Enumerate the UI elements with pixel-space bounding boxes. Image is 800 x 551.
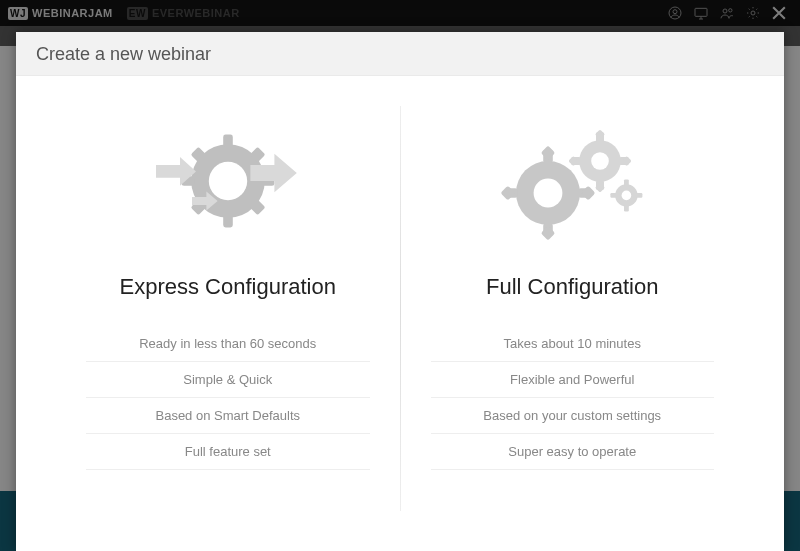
option-express-configuration[interactable]: Express Configuration Ready in less than… — [56, 96, 400, 541]
svg-rect-41 — [636, 193, 642, 198]
gears-cluster-icon — [492, 106, 652, 256]
option-title: Full Configuration — [486, 274, 658, 300]
svg-rect-8 — [223, 215, 233, 228]
option-full-configuration[interactable]: Full Configuration Takes about 10 minute… — [401, 96, 745, 541]
feature-item: Super easy to operate — [431, 434, 715, 470]
svg-rect-39 — [624, 205, 629, 211]
svg-rect-24 — [501, 186, 516, 201]
svg-point-37 — [622, 191, 632, 201]
svg-point-17 — [534, 179, 563, 208]
svg-rect-23 — [581, 186, 596, 201]
modal-body: Express Configuration Ready in less than… — [16, 76, 784, 551]
feature-item: Based on your custom settings — [431, 398, 715, 434]
svg-point-27 — [591, 152, 609, 170]
svg-rect-40 — [611, 193, 617, 198]
modal-title: Create a new webinar — [16, 32, 784, 76]
svg-rect-22 — [541, 145, 556, 160]
feature-item: Ready in less than 60 seconds — [86, 326, 370, 362]
feature-item: Simple & Quick — [86, 362, 370, 398]
feature-item: Based on Smart Defaults — [86, 398, 370, 434]
feature-item: Flexible and Powerful — [431, 362, 715, 398]
svg-point-15 — [209, 162, 247, 200]
feature-item: Full feature set — [86, 434, 370, 470]
svg-rect-7 — [223, 135, 233, 148]
feature-item: Takes about 10 minutes — [431, 326, 715, 362]
svg-rect-38 — [624, 179, 629, 185]
create-webinar-modal: Create a new webinar — [16, 32, 784, 551]
option-title: Express Configuration — [120, 274, 336, 300]
gear-arrows-icon — [148, 106, 308, 256]
svg-rect-25 — [541, 226, 556, 241]
